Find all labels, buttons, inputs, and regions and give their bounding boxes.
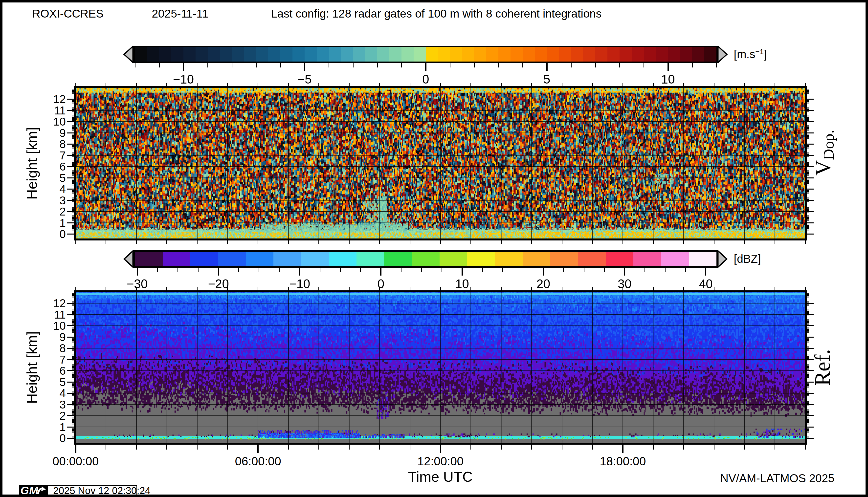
config-note: Last config: 128 radar gates of 100 m wi… (271, 7, 602, 20)
y-major-tick-left (67, 427, 76, 428)
y-tick-label: 0 (39, 228, 66, 240)
time-tick (349, 445, 350, 450)
reflectivity-panel-frame (74, 290, 807, 445)
colorbar-tick-label: 0 (422, 72, 429, 86)
hour-tick-top (440, 287, 441, 290)
colorbar-minor-tick (279, 268, 280, 272)
y-major-tick-left (67, 314, 76, 315)
velocity-heatmap (76, 88, 805, 239)
time-tick (257, 445, 258, 453)
reflectivity-colorbar (134, 250, 718, 268)
time-tick-label: 12:00:00 (417, 454, 464, 468)
time-tick (379, 445, 380, 450)
velocity-right-label: VDop. (810, 130, 837, 176)
time-tick (805, 445, 806, 450)
y-tick-label: 11 (39, 308, 66, 321)
colorbar-tick-label: −5 (297, 72, 311, 86)
time-tick (227, 445, 228, 450)
hour-tick-bottom (288, 240, 289, 244)
colorbar-minor-tick (450, 63, 450, 68)
radar-quicklook-page: ROXI-CCRES 2025-11-11 Last config: 128 r… (0, 0, 868, 497)
colorbar-minor-tick (159, 63, 160, 68)
time-tick (501, 445, 502, 450)
y-major-tick-right (805, 132, 814, 133)
gmt-logo-text: GM (20, 484, 39, 497)
y-tick-label: 6 (39, 160, 66, 173)
colorbar-minor-tick (178, 268, 178, 272)
colorbar-major-tick (218, 268, 219, 275)
time-tick (592, 445, 593, 450)
hour-tick-top (501, 83, 502, 86)
time-tick (319, 445, 319, 450)
reflectivity-heatmap (76, 293, 805, 443)
y-major-tick-right (805, 178, 814, 179)
colorbar-major-tick (425, 63, 426, 71)
y-major-tick-left (67, 200, 76, 201)
y-tick-label: 7 (39, 353, 66, 366)
hour-tick-top (379, 287, 380, 290)
y-tick-label: 3 (39, 398, 66, 411)
y-tick-label: 8 (39, 138, 66, 151)
y-tick-label: 12 (39, 297, 66, 310)
hour-tick-bottom (744, 240, 745, 244)
hour-tick-top (410, 287, 410, 290)
colorbar-major-tick (705, 268, 706, 275)
colorbar-tick-label: 20 (536, 277, 550, 291)
hour-tick-bottom (471, 240, 471, 244)
y-tick-label: 2 (39, 205, 66, 218)
y-tick-label: 2 (39, 409, 66, 422)
y-major-tick-right (805, 393, 814, 394)
y-major-tick-left (67, 233, 76, 235)
y-tick-label: 10 (39, 115, 66, 128)
y-major-tick-right (805, 110, 814, 111)
time-tick (106, 445, 106, 450)
hour-tick-bottom (501, 240, 502, 244)
time-tick (75, 445, 76, 453)
time-tick (531, 445, 532, 450)
colorbar-minor-tick (256, 63, 257, 68)
colorbar-major-tick (380, 268, 381, 275)
hour-tick-bottom (562, 240, 562, 244)
hour-tick-top (622, 83, 623, 86)
hour-tick-bottom (257, 240, 258, 244)
hour-tick-bottom (136, 240, 137, 244)
y-major-tick-right (805, 211, 814, 212)
colorbar-tick-label: 30 (618, 277, 632, 291)
reflectivity-right-label: Ref. (810, 349, 835, 386)
time-tick-label: 00:00:00 (53, 454, 99, 468)
colorbar-minor-tick (353, 63, 353, 68)
y-major-tick-right (805, 99, 814, 100)
velocity-unit-label: [m.s−1] (734, 47, 767, 61)
y-tick-label: 4 (39, 183, 66, 196)
colorbar-minor-tick (685, 268, 686, 272)
gmt-logo-arrow-icon (37, 486, 46, 496)
hour-tick-top (592, 83, 593, 86)
colorbar-minor-tick (258, 268, 259, 272)
hour-tick-top (197, 83, 197, 86)
hour-tick-bottom (774, 240, 775, 244)
hour-tick-bottom (106, 240, 106, 244)
y-major-tick-left (67, 337, 76, 338)
colorbar-tick-label: −20 (208, 277, 229, 291)
colorbar-minor-tick (522, 63, 523, 68)
hour-tick-top (440, 83, 441, 86)
hour-tick-bottom (622, 240, 623, 244)
colorbar-minor-tick (665, 268, 666, 272)
hour-tick-top (227, 83, 228, 86)
hour-tick-top (531, 83, 532, 86)
y-tick-label: 9 (39, 331, 66, 343)
y-major-tick-right (805, 404, 814, 405)
hour-tick-top (805, 287, 806, 290)
y-major-tick-left (67, 359, 76, 360)
y-major-tick-right (805, 325, 814, 326)
y-major-tick-left (67, 325, 76, 326)
y-major-tick-right (805, 121, 814, 122)
y-major-tick-right (805, 359, 814, 360)
y-major-tick-right (805, 200, 814, 201)
date-label: 2025-11-11 (152, 7, 208, 20)
colorbar-minor-tick (644, 63, 644, 68)
hour-tick-top (319, 287, 319, 290)
y-major-tick-right (805, 233, 814, 235)
hour-tick-top (349, 287, 350, 290)
colorbar-minor-tick (604, 268, 605, 272)
